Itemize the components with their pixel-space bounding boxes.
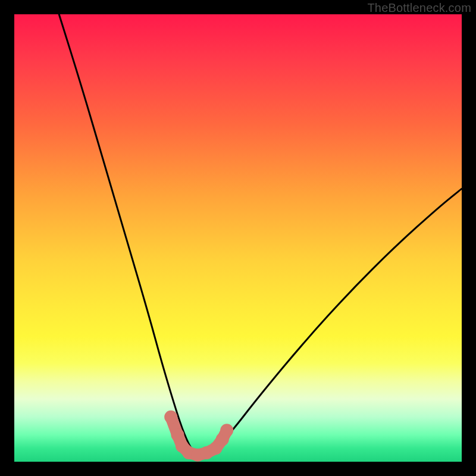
marker-point: [171, 428, 184, 441]
bottleneck-curve: [59, 14, 462, 456]
chart-frame: TheBottleneck.com: [0, 0, 476, 476]
marker-point: [164, 411, 177, 424]
curve-layer: [14, 14, 462, 462]
marker-point: [220, 424, 233, 437]
watermark-text: TheBottleneck.com: [367, 1, 471, 15]
plot-area: [14, 14, 462, 462]
